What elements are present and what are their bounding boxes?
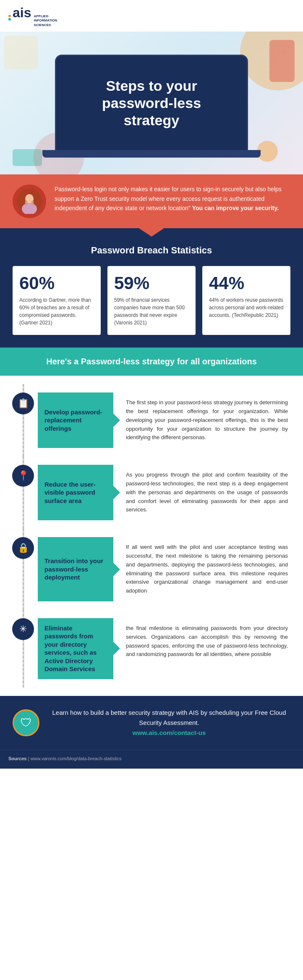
logo-wrapper: ais APPLIEDINFORMATIONSCIENCES	[8, 6, 57, 27]
hero-shape-4	[13, 149, 42, 166]
step-title-2: Reduce the user-visible password surface…	[38, 465, 113, 520]
step-row-2: 📍 Reduce the user-visible password surfa…	[0, 456, 303, 529]
step-desc-text-1: The first step in your password-less str…	[126, 399, 288, 440]
steps-section: 📋 Develop password-replacement offerings…	[0, 376, 303, 696]
stat-card-1: 60% According to Gartner, more than 60% …	[13, 266, 101, 335]
clipboard-icon: 📋	[18, 398, 29, 409]
lock-icon: 🔒	[18, 543, 29, 553]
hero-shape-2	[269, 40, 295, 82]
step-left-1: 📋	[8, 393, 38, 448]
stat-description-1: According to Gartner, more than 60% of b…	[19, 296, 94, 327]
hero-title: Steps to your password-less strategy	[73, 77, 230, 129]
step-description-3: If all went well with the pilot and user…	[113, 537, 295, 601]
step-left-3: 🔒	[8, 537, 38, 601]
stat-number-1: 60%	[19, 274, 94, 292]
step-description-1: The first step in your password-less str…	[113, 393, 295, 448]
step-row-1: 📋 Develop password-replacement offerings…	[0, 384, 303, 456]
stats-section: Password Breach Statistics 60% According…	[0, 228, 303, 348]
stats-title: Password Breach Statistics	[13, 245, 290, 256]
intro-text: Password-less login not only makes it ea…	[55, 184, 290, 213]
laptop-dot-5	[160, 152, 163, 154]
step-desc-text-2: As you progress through the pilot and co…	[126, 472, 288, 513]
laptop-dot-4	[155, 152, 158, 154]
sources-section: Sources | www.varonis.com/blog/data-brea…	[0, 750, 303, 769]
step-title-text-2: Reduce the user-visible password surface…	[44, 480, 107, 505]
step-icon-circle-3: 🔒	[12, 537, 34, 559]
location-icon: 📍	[18, 470, 29, 481]
step-row-4: ✳ Eliminate passwords from your director…	[0, 610, 303, 688]
step-icon-circle-1: 📋	[12, 393, 34, 414]
step-left-4: ✳	[8, 618, 38, 679]
intro-bold: You can improve your security.	[191, 205, 279, 211]
cta-url: www.ais.com/contact-us	[133, 729, 206, 736]
step-title-1: Develop password-replacement offerings	[38, 393, 113, 448]
cta-section: 🛡 Learn how to build a better security s…	[0, 696, 303, 750]
stat-description-3: 44% of workers reuse passwords across pe…	[209, 296, 284, 319]
intro-section: Password-less login not only makes it ea…	[0, 174, 303, 228]
svg-rect-3	[25, 200, 27, 205]
step-left-2: 📍	[8, 465, 38, 520]
laptop-graphic: Steps to your password-less strategy	[55, 55, 248, 151]
stat-description-2: 59% of financial services companies have…	[114, 296, 189, 327]
step-desc-text-4: the final milestone is eliminating passw…	[126, 625, 288, 657]
stat-number-2: 59%	[114, 274, 189, 292]
hero-section: Steps to your password-less strategy	[0, 32, 303, 174]
stat-card-2: 59% 59% of financial services companies …	[107, 266, 196, 335]
logo-dots	[8, 15, 11, 21]
intro-image	[13, 184, 46, 218]
svg-rect-4	[31, 200, 34, 205]
logo-text: ais	[13, 6, 31, 19]
logo-dot-teal	[8, 18, 11, 21]
step-icon-circle-2: 📍	[12, 465, 34, 487]
step-description-4: the final milestone is eliminating passw…	[113, 618, 295, 679]
laptop-dot-3	[150, 152, 153, 154]
step-title-text-1: Develop password-replacement offerings	[44, 408, 107, 433]
logo-dot-orange	[8, 15, 11, 17]
sources-text: Sources | www.varonis.com/blog/data-brea…	[8, 756, 121, 761]
stats-grid: 60% According to Gartner, more than 60% …	[13, 266, 290, 335]
step-title-3: Transition into your password-less deplo…	[38, 537, 113, 601]
shield-check-icon: 🛡	[20, 716, 32, 730]
strategy-header-text: Here's a Password-less strategy for all …	[13, 357, 290, 366]
step-desc-text-3: If all went well with the pilot and user…	[126, 544, 288, 594]
step-row-3: 🔒 Transition into your password-less dep…	[0, 529, 303, 610]
step-title-4: Eliminate passwords from your directory …	[38, 618, 113, 679]
cta-body: Learn how to build a better security str…	[52, 709, 286, 726]
laptop-dot-2	[145, 152, 148, 154]
sources-label: Sources	[8, 756, 26, 761]
hero-shape-1	[4, 36, 38, 69]
header: ais APPLIEDINFORMATIONSCIENCES	[0, 0, 303, 32]
cta-text: Learn how to build a better security str…	[48, 708, 290, 738]
step-title-text-3: Transition into your password-less deplo…	[44, 557, 107, 582]
strategy-header: Here's a Password-less strategy for all …	[0, 348, 303, 376]
step-icon-circle-4: ✳	[12, 618, 34, 640]
stat-number-3: 44%	[209, 274, 284, 292]
sources-body: | www.varonis.com/blog/data-breach-stati…	[26, 756, 121, 761]
logo-subtitle: APPLIEDINFORMATIONSCIENCES	[34, 14, 57, 27]
step-description-2: As you progress through the pilot and co…	[113, 465, 295, 520]
step-title-text-4: Eliminate passwords from your directory …	[44, 624, 107, 673]
cta-icon-circle: 🛡	[13, 709, 39, 736]
stat-card-3: 44% 44% of workers reuse passwords acros…	[202, 266, 290, 335]
asterisk-icon: ✳	[19, 624, 27, 635]
logo: ais APPLIEDINFORMATIONSCIENCES	[8, 6, 57, 27]
laptop-dot-1	[140, 152, 143, 154]
laptop-dots	[140, 152, 163, 154]
